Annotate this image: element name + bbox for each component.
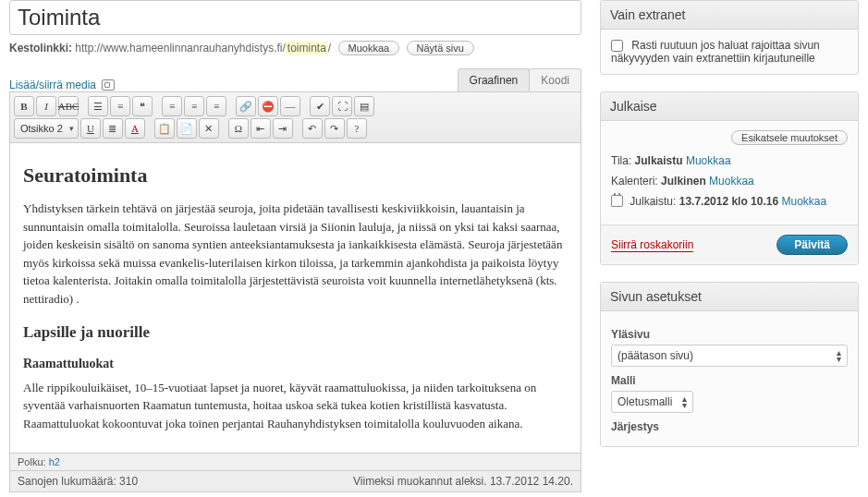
- tab-visual[interactable]: Graafinen: [458, 68, 531, 91]
- path-value[interactable]: h2: [49, 456, 60, 467]
- word-count: 310: [119, 475, 138, 488]
- unlink-button[interactable]: ⛔: [258, 96, 278, 116]
- permalink-base: http://www.hameenlinnanrauhanyhdistys.fi…: [75, 42, 285, 55]
- help-button[interactable]: ?: [347, 118, 367, 139]
- strike-button[interactable]: ABC: [58, 96, 79, 116]
- path-bar: Polku: h2: [9, 454, 581, 471]
- extranet-panel: Vain extranet Rasti ruutuun jos haluat r…: [600, 0, 859, 75]
- publish-title: Julkaise: [601, 92, 858, 121]
- template-select[interactable]: Oletusmalli ▴▾: [611, 391, 693, 413]
- edit-permalink-button[interactable]: Muokkaa: [338, 41, 400, 55]
- view-page-button[interactable]: Näytä sivu: [407, 41, 474, 55]
- permalink-label: Kestolinkki:: [9, 42, 72, 55]
- extranet-checkbox[interactable]: [611, 40, 623, 52]
- outdent-button[interactable]: ⇤: [251, 118, 271, 139]
- content-h4: Raamattuluokat: [23, 354, 568, 373]
- content-h3: Lapsille ja nuorille: [23, 321, 568, 345]
- parent-label: Yläsivu: [611, 328, 848, 341]
- permalink-row: Kestolinkki: http://www.hameenlinnanrauh…: [9, 41, 581, 55]
- template-label: Malli: [611, 374, 848, 387]
- textcolor-button[interactable]: A: [125, 118, 145, 139]
- extranet-checkbox-row[interactable]: Rasti ruutuun jos haluat rajoittaa sivun…: [611, 39, 820, 65]
- spellcheck-button[interactable]: ✔: [310, 96, 330, 116]
- status-value: Julkaistu: [635, 154, 683, 167]
- content-p1: Yhdistyksen tärkein tehtävä on järjestää…: [23, 200, 568, 308]
- extranet-title: Vain extranet: [601, 1, 858, 30]
- charmap-button[interactable]: Ω: [228, 118, 249, 139]
- align-center-button[interactable]: ≡: [184, 96, 204, 116]
- tab-text[interactable]: Koodi: [529, 68, 581, 91]
- justify-button[interactable]: ≣: [103, 118, 123, 139]
- edit-status-link[interactable]: Muokkaa: [686, 154, 731, 167]
- bullet-list-button[interactable]: ☰: [88, 96, 108, 116]
- page-attributes-panel: Sivun asetukset Yläsivu (päätason sivu) …: [600, 282, 859, 447]
- parent-select[interactable]: (päätason sivu) ▴▾: [611, 345, 848, 367]
- last-edited: Viimeksi muokannut aleksi. 13.7.2012 14.…: [353, 475, 573, 488]
- preview-button[interactable]: Esikatsele muutokset: [731, 130, 848, 145]
- bold-button[interactable]: B: [14, 96, 34, 116]
- edit-date-link[interactable]: Muokkaa: [781, 195, 826, 208]
- paste-text-button[interactable]: 📋: [154, 118, 175, 139]
- status-bar: Sanojen lukumäärä: 310 Viimeksi muokannu…: [9, 471, 581, 492]
- link-button[interactable]: 🔗: [236, 96, 256, 116]
- undo-button[interactable]: ↶: [302, 118, 323, 139]
- published-date: 13.7.2012 klo 10.16: [679, 195, 778, 208]
- update-button[interactable]: Päivitä: [776, 235, 848, 255]
- blockquote-button[interactable]: ❝: [132, 96, 153, 116]
- align-left-button[interactable]: ≡: [162, 96, 182, 116]
- add-media-label: Lisää/siirrä media: [9, 79, 96, 91]
- underline-button[interactable]: U: [80, 118, 101, 139]
- indent-button[interactable]: ⇥: [273, 118, 293, 139]
- content-p2: Alle rippikouluikäiset, 10–15-vuotiaat l…: [23, 379, 568, 433]
- permalink-tail: /: [328, 42, 331, 55]
- remove-format-button[interactable]: ✕: [199, 118, 219, 139]
- paste-word-button[interactable]: 📄: [177, 118, 197, 139]
- edit-visibility-link[interactable]: Muokkaa: [709, 175, 754, 188]
- more-button[interactable]: —: [280, 96, 300, 116]
- select-arrows-icon: ▴▾: [837, 349, 841, 362]
- fullscreen-button[interactable]: ⛶: [332, 96, 352, 116]
- italic-button[interactable]: I: [36, 96, 56, 116]
- media-icon: [102, 79, 115, 91]
- order-label: Järjestys: [611, 420, 848, 433]
- format-select[interactable]: Otsikko 2: [14, 118, 79, 139]
- move-to-trash-link[interactable]: Siirrä roskakoriin: [611, 238, 693, 252]
- visibility-value: Julkinen: [661, 175, 706, 188]
- permalink-slug[interactable]: toiminta: [286, 42, 328, 55]
- calendar-icon: [611, 195, 623, 207]
- select-arrows-icon: ▴▾: [682, 395, 687, 408]
- post-title-input[interactable]: [9, 0, 581, 35]
- number-list-button[interactable]: ≡: [110, 96, 130, 116]
- content-h2: Seuratoiminta: [23, 160, 568, 190]
- content-editor[interactable]: Seuratoiminta Yhdistyksen tärkein tehtäv…: [9, 143, 581, 454]
- align-right-button[interactable]: ≡: [206, 96, 226, 116]
- redo-button[interactable]: ↷: [324, 118, 345, 139]
- publish-panel: Julkaise Esikatsele muutokset Tila: Julk…: [600, 91, 859, 265]
- kitchensink-button[interactable]: ▤: [354, 96, 374, 116]
- add-media-button[interactable]: Lisää/siirrä media: [9, 79, 115, 91]
- attrs-title: Sivun asetukset: [601, 283, 858, 311]
- editor-toolbar: B I ABC ☰ ≡ ❝ ≡ ≡ ≡ 🔗 ⛔ — ✔ ⛶ ▤: [9, 91, 581, 143]
